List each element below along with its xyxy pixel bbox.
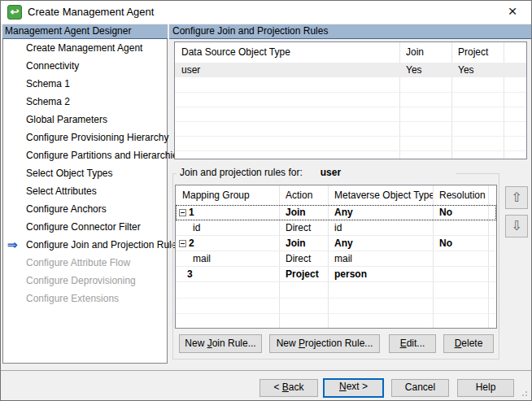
sidebar-item-label: Select Attributes — [26, 185, 97, 197]
cell-resolution — [433, 251, 488, 266]
move-up-button[interactable]: ⇧ — [505, 186, 528, 209]
back-button[interactable]: < Back — [259, 379, 318, 397]
cell-resolution: No — [433, 236, 488, 251]
create-management-agent-dialog: ↩ Create Management Agent × Management A… — [0, 0, 532, 401]
cell-action: Direct — [279, 220, 328, 235]
sidebar-item-label: Configure Deprovisioning — [26, 275, 136, 286]
object-type-table-header: Data Source Object Type Join Project — [175, 42, 526, 63]
rule-row-id[interactable]: id Direct id — [176, 220, 496, 236]
new-projection-rule-button[interactable]: New Projection Rule... — [269, 334, 380, 353]
cell-resolution — [433, 267, 488, 281]
sidebar-item-label: Configure Provisioning Hierarchy — [26, 132, 168, 143]
sidebar-item-schema-1[interactable]: Schema 1 — [3, 75, 167, 93]
grid-line — [176, 298, 496, 299]
rule-row-group-2[interactable]: 2 Join Any No — [176, 236, 496, 251]
sidebar-item-configure-provisioning-hierarchy[interactable]: Configure Provisioning Hierarchy — [3, 129, 167, 146]
sidebar-item-configure-join-and-projection-rules[interactable]: ⇒ Configure Join and Projection Rules — [3, 236, 167, 254]
next-button[interactable]: Next > — [323, 378, 384, 398]
cell-metaverse: Any — [328, 236, 433, 251]
cell-metaverse: mail — [328, 251, 433, 266]
column-header-mapping-group[interactable]: Mapping Group — [176, 185, 279, 205]
sidebar-item-label: Schema 1 — [26, 78, 70, 89]
edit-button[interactable]: Edit... — [389, 334, 436, 353]
sidebar-item-label: Create Management Agent — [26, 42, 142, 54]
sidebar-item-label: Select Object Types — [26, 168, 113, 179]
help-button[interactable]: Help — [457, 379, 514, 397]
sidebar-item-label: Schema 2 — [26, 96, 70, 107]
grid-line — [175, 150, 526, 151]
current-step-arrow-icon: ⇒ — [7, 236, 24, 254]
rules-table-header: Mapping Group Action Metaverse Object Ty… — [176, 185, 496, 205]
rules-for-label: Join and projection rules for: — [180, 167, 303, 178]
resize-grip[interactable] — [520, 389, 527, 396]
cell-metaverse: person — [328, 267, 433, 281]
move-down-button[interactable]: ⇩ — [505, 215, 528, 238]
title-bar: ↩ Create Management Agent × — [1, 1, 531, 24]
grid-line — [175, 121, 526, 122]
cell-action: Project — [279, 267, 328, 281]
window-title: Create Management Agent — [28, 1, 154, 24]
rule-row-mail[interactable]: mail Direct mail — [176, 251, 496, 267]
sidebar-header: Management Agent Designer — [2, 24, 168, 39]
sidebar-item-configure-attribute-flow: Configure Attribute Flow — [3, 254, 167, 272]
down-arrow-icon: ⇩ — [511, 219, 521, 233]
cell-resolution — [433, 220, 488, 235]
wizard-step-list: Create Management Agent Connectivity Sch… — [2, 39, 168, 364]
sidebar-item-configure-connector-filter[interactable]: Configure Connector Filter — [3, 218, 167, 236]
object-type-table: Data Source Object Type Join Project use… — [174, 41, 527, 159]
sidebar-item-schema-2[interactable]: Schema 2 — [3, 93, 167, 111]
sidebar-item-label: Global Parameters — [26, 114, 107, 125]
cell-mapping-group: mail — [176, 251, 279, 266]
sidebar-item-label: Configure Connector Filter — [26, 221, 141, 233]
sidebar-item-select-attributes[interactable]: Select Attributes — [3, 182, 167, 200]
sidebar-item-configure-partitions-and-hierarchies[interactable]: Configure Partitions and Hierarchies — [3, 146, 167, 164]
cell-mapping-group: 2 — [189, 236, 194, 251]
column-header-metaverse-object-type[interactable]: Metaverse Object Type — [328, 185, 433, 205]
rule-row-group-3[interactable]: 3 Project person — [176, 267, 496, 282]
table-row-user[interactable]: user Yes Yes — [175, 63, 526, 77]
delete-button[interactable]: Delete — [443, 334, 494, 353]
page-title: Configure Join and Projection Rules — [169, 24, 531, 39]
rules-group-label: Join and projection rules for:user — [177, 167, 456, 180]
cell-mapping-group: 1 — [189, 205, 194, 220]
collapse-expander-icon[interactable] — [179, 240, 186, 247]
grid-line — [175, 136, 526, 137]
column-header-resolution[interactable]: Resolution — [433, 185, 488, 205]
cancel-button[interactable]: Cancel — [391, 379, 449, 397]
grid-line — [176, 313, 496, 314]
sidebar-item-label: Configure Attribute Flow — [26, 257, 130, 268]
column-header-data-source-object-type[interactable]: Data Source Object Type — [175, 42, 399, 63]
sidebar-item-global-parameters[interactable]: Global Parameters — [3, 111, 167, 129]
column-header-join[interactable]: Join — [399, 42, 451, 63]
sidebar-item-select-object-types[interactable]: Select Object Types — [3, 164, 167, 182]
sidebar-item-label: Configure Extensions — [26, 293, 119, 304]
cell-object-type: user — [175, 63, 399, 77]
cell-project: Yes — [451, 63, 504, 77]
management-agent-icon: ↩ — [7, 5, 22, 20]
join-projection-rules-table: Mapping Group Action Metaverse Object Ty… — [175, 185, 497, 329]
rules-for-object: user — [321, 167, 341, 178]
column-header-action[interactable]: Action — [279, 185, 328, 205]
cell-resolution: No — [433, 205, 488, 220]
new-join-rule-button[interactable]: New Join Rule... — [179, 334, 262, 353]
sidebar-item-label: Connectivity — [26, 60, 79, 72]
sidebar-item-configure-extensions: Configure Extensions — [3, 290, 167, 307]
cell-action: Direct — [279, 251, 328, 266]
sidebar-item-connectivity[interactable]: Connectivity — [3, 57, 167, 75]
cell-action: Join — [279, 205, 328, 220]
cell-mapping-group: id — [176, 220, 279, 235]
footer-divider — [1, 370, 532, 371]
up-arrow-icon: ⇧ — [511, 190, 521, 204]
collapse-expander-icon[interactable] — [179, 209, 186, 216]
close-icon[interactable]: × — [500, 1, 525, 24]
cell-metaverse: Any — [328, 205, 433, 220]
sidebar-item-create-management-agent[interactable]: Create Management Agent — [3, 39, 167, 57]
grid-line — [175, 92, 526, 93]
cell-action: Join — [279, 236, 328, 251]
sidebar-item-label: Configure Join and Projection Rules — [26, 239, 181, 251]
sidebar-item-configure-anchors[interactable]: Configure Anchors — [3, 200, 167, 218]
cell-mapping-group: 3 — [176, 267, 279, 281]
column-header-project[interactable]: Project — [451, 42, 504, 63]
rule-row-group-1[interactable]: 1 Join Any No — [176, 205, 496, 220]
cell-join: Yes — [399, 63, 451, 77]
